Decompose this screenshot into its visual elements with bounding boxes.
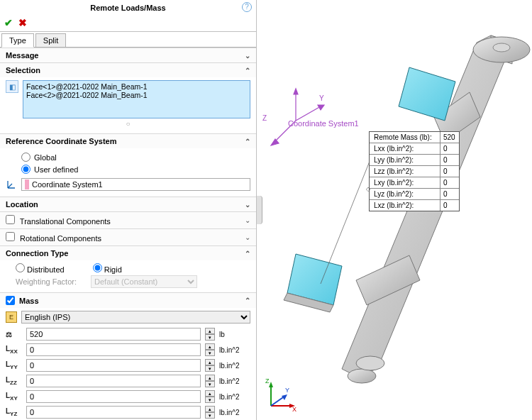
section-trans-label: Translational Components <box>20 217 111 226</box>
spin-up[interactable]: ▴ <box>205 406 215 412</box>
spin-down[interactable]: ▾ <box>205 365 215 372</box>
hud-value: 0 <box>440 189 459 199</box>
svg-marker-15 <box>318 105 324 110</box>
checkbox-trans[interactable] <box>6 215 15 224</box>
svg-marker-21 <box>269 382 273 387</box>
hud-row[interactable]: Lzz (lb.in^2):0 <box>370 166 459 177</box>
svg-point-3 <box>493 43 510 52</box>
mass-scale-icon: ⚖ <box>6 331 22 338</box>
mass-units-select[interactable]: English (IPS) <box>21 311 250 324</box>
weighting-label: Weighting Factor: <box>16 277 77 286</box>
resize-grip[interactable]: ○ <box>6 120 250 128</box>
hud-value: 0 <box>440 155 459 165</box>
section-mass-label: Mass <box>19 297 39 305</box>
inertia-label: LXY <box>6 392 22 402</box>
inertia-label: LZZ <box>6 376 22 386</box>
radio-distributed[interactable] <box>16 263 25 272</box>
selection-item[interactable]: Face<2>@2021-0202 Main_Beam-1 <box>26 91 247 99</box>
spin-up[interactable]: ▴ <box>205 328 215 334</box>
view-triad-icon: X Y Z <box>264 375 302 413</box>
unit-label: lb.in^2 <box>219 362 250 370</box>
chevron-up-icon: ⌃ <box>245 297 250 304</box>
section-conn-header[interactable]: Connection Type ⌃ <box>0 245 256 260</box>
radio-global[interactable] <box>21 153 31 162</box>
radio-userdef[interactable] <box>21 165 31 174</box>
spinner: ▴▾ <box>205 390 215 403</box>
mass-hud[interactable]: ◇ Remote Mass (lb):520Lxx (lb.in^2):0Lyy… <box>369 131 460 211</box>
unit-label: lb.in^2 <box>219 409 250 416</box>
section-trans-header[interactable]: Translational Components ⌄ <box>0 211 256 228</box>
inertia-lzz-input[interactable] <box>26 375 201 387</box>
chevron-up-icon: ⌃ <box>245 250 250 258</box>
hud-row[interactable]: Lyz (lb.in^2):0 <box>370 189 459 200</box>
section-location-header[interactable]: Location ⌄ <box>0 197 256 211</box>
inertia-lxx-input[interactable] <box>26 343 201 356</box>
selection-listbox[interactable]: Face<1>@2021-0202 Main_Beam-1 Face<2>@20… <box>23 80 250 118</box>
chevron-down-icon: ⌄ <box>245 216 250 224</box>
checkbox-rot[interactable] <box>6 232 15 241</box>
graphics-viewport[interactable]: Y Z Coordinate System1 ◇ Remote Mass (lb… <box>257 0 532 420</box>
spin-up[interactable]: ▴ <box>205 343 215 350</box>
coord-system-name: Coordinate System1 <box>32 180 103 189</box>
hud-label: Remote Mass (lb): <box>370 132 440 143</box>
section-rot-header[interactable]: Rotational Components ⌄ <box>0 228 256 245</box>
cs-label: Coordinate System1 <box>288 119 359 128</box>
coord-pink-marker <box>25 179 29 189</box>
chevron-up-icon: ⌃ <box>245 138 250 145</box>
inertia-lyy-input[interactable] <box>26 359 201 372</box>
spin-up[interactable]: ▴ <box>205 390 215 397</box>
spin-down[interactable]: ▾ <box>205 350 215 356</box>
selection-item[interactable]: Face<1>@2021-0202 Main_Beam-1 <box>26 82 247 91</box>
hud-row[interactable]: Lxz (lb.in^2):0 <box>370 200 459 211</box>
radio-global-label: Global <box>34 153 57 162</box>
ok-button[interactable]: ✔ <box>4 17 13 28</box>
hud-row[interactable]: Lxx (lb.in^2):0 <box>370 143 459 155</box>
coord-system-field[interactable]: Coordinate System1 <box>21 178 250 191</box>
section-refcoord-header[interactable]: Reference Coordinate System ⌃ <box>0 133 256 148</box>
tabs: Type Split <box>0 33 256 48</box>
inertia-lxy-row: LXY▴▾lb.in^2 <box>0 389 256 404</box>
spin-down[interactable]: ▾ <box>205 397 215 403</box>
cancel-button[interactable]: ✖ <box>18 17 27 28</box>
inertia-lxy-input[interactable] <box>26 390 201 403</box>
tab-split[interactable]: Split <box>35 33 66 47</box>
svg-text:Z: Z <box>262 114 267 122</box>
spin-down[interactable]: ▾ <box>205 381 215 387</box>
property-panel: Remote Loads/Mass ? ✔ ✖ Type Split Messa… <box>0 0 257 420</box>
svg-line-14 <box>296 106 321 121</box>
spin-up[interactable]: ▴ <box>205 375 215 381</box>
section-conn-body: Distributed Rigid <box>0 260 256 275</box>
hud-value: 0 <box>440 143 459 154</box>
checkbox-mass[interactable] <box>6 296 15 305</box>
hud-label: Lzz (lb.in^2): <box>370 166 440 177</box>
spin-down[interactable]: ▾ <box>205 412 215 419</box>
hud-grip-icon[interactable]: ◇ <box>366 186 370 192</box>
svg-text:Z: Z <box>265 377 270 385</box>
panel-title: Remote Loads/Mass <box>90 4 165 12</box>
spinner: ▴▾ <box>205 406 215 419</box>
help-icon[interactable]: ? <box>242 2 252 12</box>
section-mass-header[interactable]: Mass ⌃ <box>0 292 256 308</box>
section-message-header[interactable]: Message ⌄ <box>0 48 256 62</box>
hud-label: Lyz (lb.in^2): <box>370 189 440 199</box>
spin-down[interactable]: ▾ <box>205 334 215 341</box>
mass-input[interactable] <box>26 328 201 341</box>
hud-row[interactable]: Lyy (lb.in^2):0 <box>370 155 459 166</box>
hud-value: 0 <box>440 166 459 177</box>
section-rot-label: Rotational Components <box>20 234 101 243</box>
hud-row[interactable]: Remote Mass (lb):520 <box>370 132 459 143</box>
section-selection-header[interactable]: Selection ⌃ <box>0 62 256 77</box>
section-selection-label: Selection <box>6 66 40 74</box>
face-selector-icon[interactable]: ◧ <box>6 80 18 93</box>
svg-point-10 <box>356 356 384 370</box>
radio-rigid[interactable] <box>93 263 102 272</box>
section-refcoord-body: Global User defined Coordinate System1 <box>0 148 256 197</box>
spin-up[interactable]: ▴ <box>205 359 215 365</box>
tab-type[interactable]: Type <box>1 33 34 48</box>
hud-row[interactable]: Lxy (lb.in^2):0 <box>370 177 459 189</box>
radio-distributed-label: Distributed <box>27 265 65 274</box>
inertia-lyz-input[interactable] <box>26 406 201 419</box>
svg-text:Y: Y <box>319 94 324 102</box>
spinner: ▴▾ <box>205 343 215 356</box>
hud-label: Lxy (lb.in^2): <box>370 177 440 188</box>
